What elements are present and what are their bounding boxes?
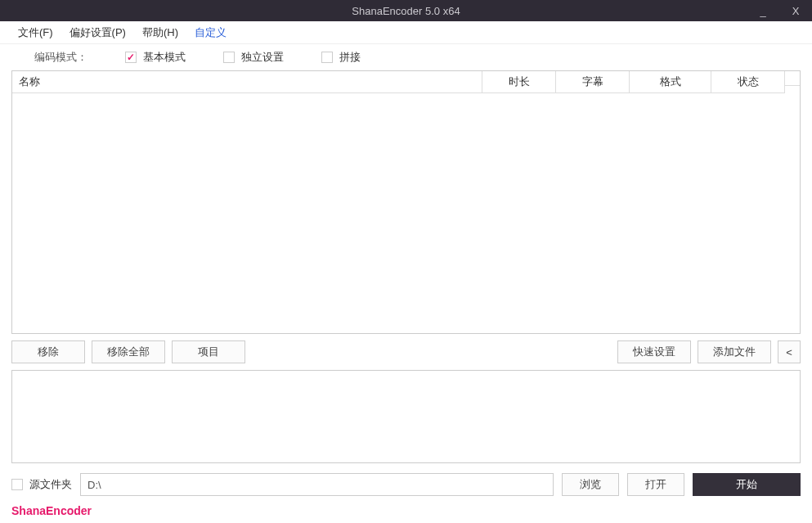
menu-custom[interactable]: 自定义: [186, 22, 235, 43]
col-end: [785, 79, 800, 86]
mode-basic-label: 基本模式: [143, 50, 186, 65]
close-button[interactable]: X: [779, 0, 812, 21]
source-folder-label: 源文件夹: [29, 477, 72, 492]
project-button[interactable]: 项目: [172, 340, 245, 363]
collapse-button[interactable]: <: [778, 340, 801, 363]
brand-label: ShanaEncoder: [11, 504, 801, 517]
menu-preferences[interactable]: 偏好设置(P): [61, 22, 134, 43]
remove-button[interactable]: 移除: [11, 340, 85, 363]
titlebar: ShanaEncoder 5.0 x64 _ X: [0, 0, 812, 21]
window-title: ShanaEncoder 5.0 x64: [352, 5, 460, 17]
mode-independent-label: 独立设置: [241, 50, 284, 65]
action-button-row: 移除 移除全部 项目 快速设置 添加文件 <: [11, 340, 801, 363]
open-button[interactable]: 打开: [627, 473, 684, 496]
menu-file[interactable]: 文件(F): [10, 22, 61, 43]
table-body[interactable]: [12, 92, 800, 333]
mode-concat-label: 拼接: [339, 50, 361, 65]
table-header: 名称 时长 字幕 格式 状态: [12, 71, 800, 92]
window-controls: _ X: [747, 0, 812, 21]
info-panel: [11, 370, 801, 463]
quick-settings-button[interactable]: 快速设置: [617, 340, 691, 363]
encoding-mode-label: 编码模式：: [34, 50, 87, 65]
mode-independent-checkbox[interactable]: 独立设置: [223, 50, 284, 65]
remove-all-button[interactable]: 移除全部: [92, 340, 165, 363]
checkbox-icon: [125, 52, 137, 63]
col-format[interactable]: 格式: [630, 71, 711, 93]
col-subtitle[interactable]: 字幕: [556, 71, 630, 93]
col-name[interactable]: 名称: [12, 71, 482, 93]
checkbox-icon: [321, 52, 333, 63]
browse-button[interactable]: 浏览: [562, 473, 619, 496]
col-duration[interactable]: 时长: [482, 71, 556, 93]
mode-concat-checkbox[interactable]: 拼接: [321, 50, 361, 65]
checkbox-icon: [11, 479, 23, 490]
source-folder-checkbox[interactable]: 源文件夹: [11, 477, 72, 492]
col-status[interactable]: 状态: [711, 71, 785, 93]
encoding-mode-row: 编码模式： 基本模式 独立设置 拼接: [0, 44, 812, 70]
output-row: 源文件夹 浏览 打开 开始: [11, 473, 801, 496]
minimize-button[interactable]: _: [747, 0, 779, 21]
mode-basic-checkbox[interactable]: 基本模式: [125, 50, 186, 65]
add-file-button[interactable]: 添加文件: [698, 340, 771, 363]
start-button[interactable]: 开始: [693, 473, 801, 496]
output-path-input[interactable]: [80, 473, 554, 496]
checkbox-icon: [223, 52, 235, 63]
menubar: 文件(F) 偏好设置(P) 帮助(H) 自定义: [0, 21, 812, 44]
file-table: 名称 时长 字幕 格式 状态: [11, 70, 801, 334]
menu-help[interactable]: 帮助(H): [134, 22, 186, 43]
